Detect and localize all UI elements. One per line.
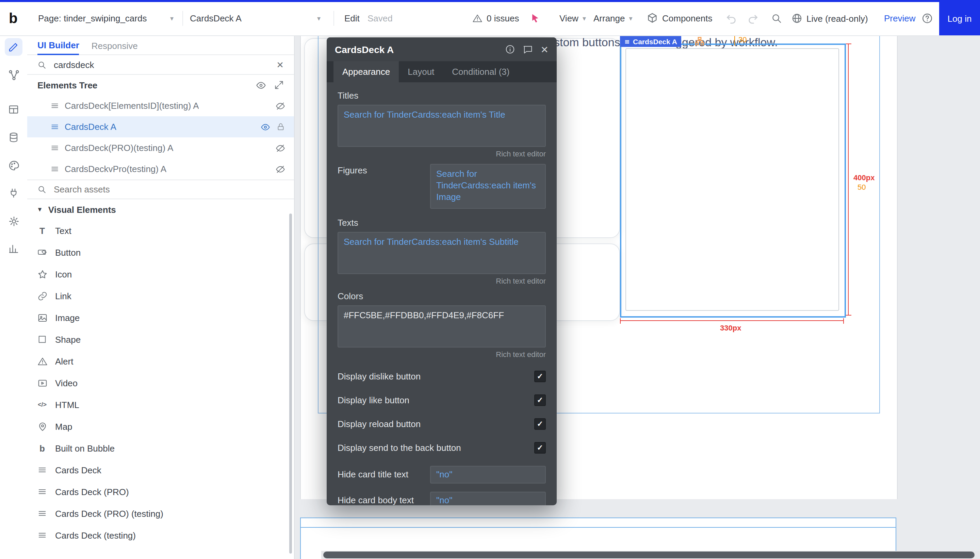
element-selector[interactable]: CardsDeck A [190, 13, 242, 23]
tab-layout[interactable]: Layout [399, 61, 443, 82]
tab-appearance[interactable]: Appearance [333, 61, 399, 82]
design-tab-pencil-icon[interactable] [5, 38, 22, 56]
property-editor-title: CardsDeck A [335, 44, 394, 55]
element-selector-chevron-icon[interactable]: ▾ [317, 15, 320, 22]
element-item-shape[interactable]: Shape [27, 329, 294, 350]
hide-card-title-input[interactable]: "no" [430, 465, 546, 483]
live-readonly-indicator[interactable]: Live (read-only) [791, 13, 868, 24]
height-measure-line [848, 43, 849, 316]
checkbox-checked[interactable] [534, 370, 546, 382]
topbar: b Page: tinder_swiping_cards ▾ CardsDeck… [0, 0, 980, 36]
cards-deck-icon [50, 122, 59, 131]
checkbox-checked[interactable] [534, 418, 546, 430]
view-menu[interactable]: View▾ [559, 13, 586, 23]
selected-element-outline[interactable] [620, 43, 846, 318]
element-item-cards-deck-pro-testing[interactable]: Cards Deck (PRO) (testing) [27, 503, 294, 524]
image-icon [37, 312, 48, 323]
tab-responsive[interactable]: Responsive [91, 41, 138, 55]
rich-text-editor-link[interactable]: Rich text editor [338, 277, 546, 285]
layout-grid-icon[interactable] [5, 101, 22, 118]
eye-icon[interactable] [260, 122, 270, 132]
element-item-video[interactable]: Video [27, 372, 294, 394]
panel-scrollbar[interactable] [289, 213, 292, 554]
login-button[interactable]: Log in [939, 2, 980, 35]
texts-field[interactable]: Search for TinderCardss:each item's Subt… [338, 232, 546, 274]
clear-search-icon[interactable]: ✕ [276, 60, 284, 70]
selected-element-chip[interactable]: CardsDeck A [620, 36, 681, 47]
property-editor-header[interactable]: CardsDeck A ✕ [327, 37, 557, 61]
logs-tab-chart-icon[interactable] [5, 240, 22, 258]
cube-icon [647, 13, 658, 24]
element-item-cards-deck-pro[interactable]: Cards Deck (PRO) [27, 481, 294, 503]
element-item-text[interactable]: T Text [27, 220, 294, 241]
spacing-value-top: 30 [738, 35, 747, 43]
element-item-icon[interactable]: Icon [27, 263, 294, 285]
comment-icon[interactable] [523, 44, 533, 55]
rich-text-editor-link[interactable]: Rich text editor [338, 150, 546, 158]
comment-cursor-icon[interactable] [530, 13, 541, 23]
close-icon[interactable]: ✕ [541, 44, 549, 55]
element-item-cards-deck[interactable]: Cards Deck [27, 459, 294, 481]
titles-field[interactable]: Search for TinderCardss:each item's Titl… [338, 105, 546, 147]
eye-off-icon[interactable] [275, 101, 285, 111]
edit-menu[interactable]: Edit [344, 13, 360, 23]
bubble-logo[interactable]: b [9, 10, 18, 26]
tab-conditional[interactable]: Conditional (3) [443, 61, 518, 82]
element-item-built-on-bubble[interactable]: b Built on Bubble [27, 437, 294, 459]
tree-item-cardsdeckvpro-testing[interactable]: CardsDeckvPro(testing) A [27, 159, 294, 180]
tree-item-cardsdeck-pro-testing[interactable]: CardsDeck(PRO)(testing) A [27, 137, 294, 159]
colors-field[interactable]: #FFC5BE,#FFDBB0,#FFD4E9,#F8C6FF [338, 305, 546, 347]
page-selector[interactable]: Page: tinder_swiping_cards [38, 13, 147, 23]
eye-off-icon[interactable] [275, 164, 285, 174]
checkbox-checked[interactable] [534, 442, 546, 453]
eye-off-icon[interactable] [275, 143, 285, 153]
issues-indicator[interactable]: 0 issues [472, 13, 519, 23]
titles-label: Titles [338, 91, 546, 101]
expand-icon[interactable] [274, 80, 284, 89]
spacing-guide-line [734, 35, 735, 46]
hide-card-title-row: Hide card title text "no" [338, 463, 546, 486]
cards-deck-icon [50, 101, 59, 110]
arrange-menu[interactable]: Arrange▾ [594, 13, 633, 23]
element-item-map[interactable]: Map [27, 415, 294, 437]
tab-ui-builder[interactable]: UI Builder [37, 40, 79, 55]
preview-button[interactable]: Preview [884, 13, 916, 23]
visual-elements-section-header[interactable]: ▼ Visual Elements [27, 199, 294, 220]
cards-deck-icon [50, 165, 59, 174]
hide-card-body-input[interactable]: "no" [430, 491, 546, 505]
elements-search-input[interactable] [52, 59, 270, 70]
settings-tab-gear-icon[interactable] [5, 212, 22, 230]
element-item-image[interactable]: Image [27, 307, 294, 329]
element-item-html[interactable]: </> HTML [27, 394, 294, 415]
undo-button[interactable] [725, 13, 737, 24]
element-item-button[interactable]: Button [27, 241, 294, 263]
search-icon [37, 185, 46, 194]
tree-item-cardsdeck-a[interactable]: CardsDeck A [27, 116, 294, 137]
element-item-alert[interactable]: Alert [27, 350, 294, 372]
assets-search-input[interactable] [52, 184, 284, 195]
redo-button[interactable] [747, 13, 759, 24]
hierarchy-icon[interactable] [695, 37, 705, 46]
texts-label: Texts [338, 218, 546, 228]
tree-item-cardsdeck-elementsid-testing[interactable]: CardsDeck[ElementsID](testing) A [27, 95, 294, 116]
element-item-cards-deck-testing[interactable]: Cards Deck (testing) [27, 524, 294, 546]
button-icon [37, 247, 48, 258]
plugins-tab-plug-icon[interactable] [5, 184, 22, 202]
styles-tab-palette-icon[interactable] [5, 156, 22, 174]
rich-text-editor-link[interactable]: Rich text editor [338, 350, 546, 358]
lock-icon[interactable] [276, 122, 285, 131]
info-icon[interactable] [505, 44, 516, 55]
figures-field[interactable]: Search for TinderCardss:each item's Imag… [430, 164, 546, 209]
link-icon [37, 290, 48, 301]
components-button[interactable]: Components [647, 13, 712, 24]
page-selector-chevron-icon[interactable]: ▾ [170, 15, 174, 22]
element-item-link[interactable]: Link [27, 285, 294, 307]
checkbox-checked[interactable] [534, 394, 546, 406]
workflow-tab-icon[interactable] [5, 66, 22, 84]
data-tab-database-icon[interactable] [5, 129, 22, 146]
search-button[interactable] [771, 13, 782, 24]
width-measure-line [620, 320, 844, 321]
horizontal-scrollbar-thumb[interactable] [323, 552, 975, 558]
eye-icon[interactable] [256, 80, 266, 90]
height-measure-label: 400px [853, 174, 874, 182]
